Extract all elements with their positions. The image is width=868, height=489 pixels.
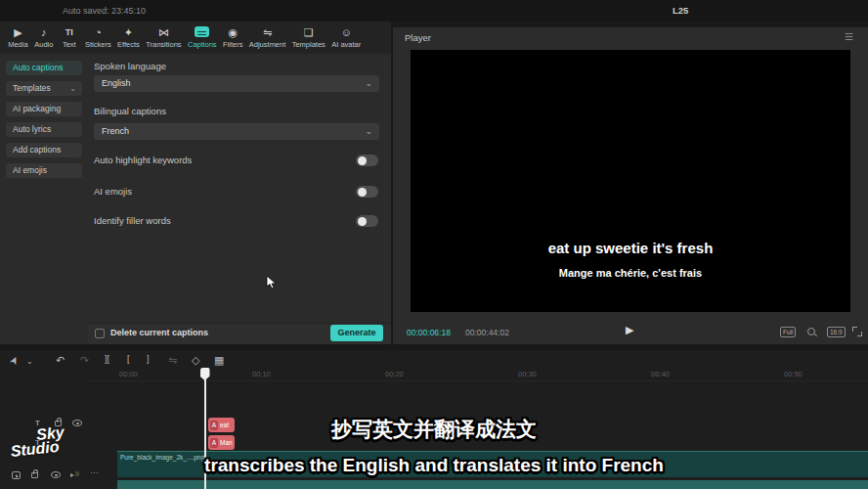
capcut-window: Auto saved: 23:45:10 L25 ▶ Media ♪ Audio…: [0, 0, 868, 489]
tab-media[interactable]: ▶ Media: [5, 26, 31, 49]
overwrite-icon[interactable]: ▦: [214, 354, 224, 367]
delete-captions-checkbox[interactable]: [95, 329, 105, 338]
sidebar-item-add-captions[interactable]: Add captions: [6, 143, 82, 157]
auto-highlight-toggle[interactable]: [356, 155, 378, 166]
bilingual-captions-select[interactable]: French ⌄: [94, 123, 379, 140]
chevron-down-icon: ⌄: [69, 81, 76, 96]
zoom-fit-icon[interactable]: [806, 327, 817, 337]
aspect-ratio-button[interactable]: 16:9: [827, 327, 846, 337]
tab-transitions[interactable]: ⋈ Transitions: [143, 26, 185, 49]
tab-ai-avatar[interactable]: ☺ AI avatar: [328, 26, 364, 49]
templates-icon: ❏: [304, 26, 314, 39]
sidebar-item-auto-lyrics[interactable]: Auto lyrics: [6, 122, 82, 137]
sidebar-item-templates[interactable]: Templates⌄: [6, 81, 82, 96]
delete-right-icon[interactable]: ]: [147, 354, 150, 364]
sidebar-item-ai-packaging[interactable]: AI packaging: [6, 102, 82, 116]
title-bar: Auto saved: 23:45:10 L25: [0, 0, 868, 22]
ruler-tick: 00:10: [252, 370, 271, 378]
auto-highlight-label: Auto highlight keywords: [94, 155, 192, 165]
mask-icon[interactable]: ◇: [192, 354, 199, 367]
current-timecode: 00:00:06:18: [407, 328, 451, 337]
mirror-icon[interactable]: ⇋: [168, 354, 177, 367]
ruler-tick: 00:20: [385, 370, 404, 378]
delete-captions-label: Delete current captions: [110, 328, 208, 337]
video-caption-french: Mange ma chérie, c'est frais: [411, 267, 850, 279]
total-duration: 00:00:44:02: [465, 328, 509, 337]
tab-adjustment[interactable]: ⇋ Adjustment: [246, 26, 289, 49]
sidebar-item-ai-emojis[interactable]: AI emojis: [6, 163, 82, 178]
adjustment-icon: ⇋: [263, 26, 272, 39]
play-button[interactable]: ▶: [626, 324, 633, 336]
stickers-icon: ◔: [95, 26, 102, 39]
captions-icon: [195, 26, 209, 37]
undo-icon[interactable]: ↶: [56, 354, 65, 367]
chevron-down-icon: ⌄: [365, 123, 372, 140]
ai-emojis-toggle[interactable]: [356, 186, 378, 198]
tab-text[interactable]: TI Text: [57, 26, 82, 49]
chevron-down-icon: ⌄: [365, 75, 372, 92]
media-toolbar: ▶ Media ♪ Audio TI Text ◔ Stickers ✦ Eff…: [0, 22, 391, 54]
ruler-tick: 00:30: [518, 370, 537, 378]
media-icon: ▶: [14, 26, 22, 39]
filler-words-toggle[interactable]: [356, 215, 378, 227]
spoken-language-label: Spoken language: [94, 61, 166, 71]
split-icon[interactable]: ][: [105, 354, 109, 364]
overlay-subtitle-english: transcribes the English and translates i…: [0, 455, 868, 476]
tab-stickers[interactable]: ◔ Stickers: [82, 26, 114, 49]
captions-module: ▶ Media ♪ Audio TI Text ◔ Stickers ✦ Eff…: [0, 22, 391, 344]
delete-left-icon[interactable]: [: [127, 354, 130, 364]
quality-button[interactable]: Full: [780, 327, 796, 337]
player-title: Player: [405, 32, 431, 43]
tab-effects[interactable]: ✦ Effects: [114, 26, 143, 49]
redo-icon[interactable]: ↷: [80, 354, 89, 367]
player-panel: Player ☰ eat up sweetie it's fresh Mange…: [393, 27, 868, 344]
mouse-cursor: [266, 275, 278, 290]
effects-icon: ✦: [124, 26, 133, 39]
tab-filters[interactable]: ◉ Filters: [220, 26, 246, 49]
project-title: L25: [673, 5, 688, 16]
select-tool-icon[interactable]: ➤: [7, 354, 22, 368]
audio-clip[interactable]: [117, 480, 868, 489]
ai-emojis-label: AI emojis: [94, 186, 132, 197]
text-icon: TI: [65, 26, 73, 39]
ruler-tick: 00:50: [784, 370, 803, 378]
filler-words-label: Identify filler words: [94, 215, 171, 226]
ai-avatar-icon: ☺: [341, 26, 352, 39]
fullscreen-icon[interactable]: [852, 327, 862, 336]
video-caption-english: eat up sweetie it's fresh: [411, 240, 850, 256]
audio-icon: ♪: [41, 26, 47, 39]
tab-captions[interactable]: Captions: [185, 26, 220, 49]
transitions-icon: ⋈: [158, 26, 169, 39]
tab-audio[interactable]: ♪ Audio: [31, 26, 57, 49]
spoken-language-select[interactable]: English ⌄: [94, 75, 379, 92]
sidebar-item-auto-captions[interactable]: Auto captions: [6, 61, 82, 75]
player-menu-icon[interactable]: ☰: [845, 31, 853, 42]
select-tool-chevron-icon[interactable]: ⌄: [26, 357, 33, 366]
filters-icon: ◉: [228, 26, 238, 39]
ruler-tick: 00:40: [651, 370, 670, 378]
autosave-status: Auto saved: 23:45:10: [63, 6, 146, 16]
overlay-subtitle-chinese: 抄写英文并翻译成法文: [0, 416, 868, 443]
ruler-tick: 00:00: [119, 370, 138, 378]
video-preview[interactable]: eat up sweetie it's fresh Mange ma chéri…: [411, 50, 850, 312]
generate-button[interactable]: Generate: [330, 325, 383, 341]
tab-templates[interactable]: ❏ Templates: [289, 26, 329, 49]
bilingual-captions-label: Bilingual captions: [94, 106, 166, 116]
video-frame: [411, 50, 850, 265]
